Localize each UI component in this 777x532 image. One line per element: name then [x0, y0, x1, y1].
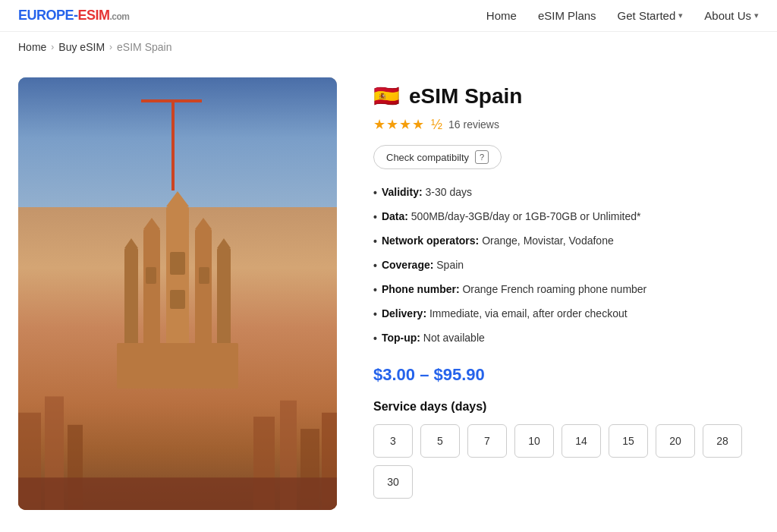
feature-label: Top-up:	[382, 332, 420, 344]
logo-text: EUROPE-ESIM.com	[18, 8, 130, 24]
about-us-chevron-icon: ▾	[754, 11, 759, 20]
nav-get-started-label: Get Started	[618, 9, 676, 22]
days-grid: 357101415202830	[373, 424, 759, 499]
main-content: 🇪🇸 eSIM Spain ★★★★½ 16 reviews Check com…	[0, 62, 777, 532]
day-option-button[interactable]: 30	[373, 465, 413, 499]
svg-rect-22	[18, 477, 337, 510]
svg-rect-13	[146, 267, 156, 284]
day-option-button[interactable]: 5	[420, 424, 460, 458]
svg-marker-9	[217, 238, 231, 248]
service-days-label: Service days (days)	[373, 400, 759, 414]
day-option-button[interactable]: 20	[656, 424, 695, 458]
cityscape-svg	[18, 380, 337, 510]
feature-label: Data:	[382, 210, 408, 222]
list-item: • Validity: 3-30 days	[373, 184, 759, 201]
day-option-button[interactable]: 10	[514, 424, 554, 458]
bullet-icon: •	[373, 258, 377, 274]
sagrada-familia-svg	[102, 191, 253, 389]
list-item: • Network operators: Orange, Movistar, V…	[373, 233, 759, 250]
bullet-icon: •	[373, 282, 377, 298]
svg-rect-4	[124, 248, 138, 358]
compatibility-help-icon: ?	[475, 150, 489, 164]
svg-rect-12	[170, 290, 185, 309]
list-item: • Delivery: Immediate, via email, after …	[373, 306, 759, 323]
feature-label: Network operators:	[382, 235, 479, 247]
spain-flag-icon: 🇪🇸	[373, 83, 400, 109]
star-half: ½	[431, 117, 442, 133]
breadcrumb-buy-esim[interactable]: Buy eSIM	[58, 41, 105, 53]
feature-value: Orange French roaming phone number	[462, 283, 646, 295]
price: $3.00 – $95.90	[373, 365, 759, 385]
bullet-icon: •	[373, 234, 377, 250]
svg-marker-3	[143, 218, 160, 229]
product-info: 🇪🇸 eSIM Spain ★★★★½ 16 reviews Check com…	[373, 77, 759, 510]
header: EUROPE-ESIM.com Home eSIM Plans Get Star…	[0, 0, 777, 32]
feature-label: Delivery:	[382, 307, 426, 320]
list-item: • Top-up: Not available	[373, 330, 759, 347]
breadcrumb-current: eSIM Spain	[117, 41, 171, 53]
feature-value: Not available	[423, 332, 485, 344]
logo[interactable]: EUROPE-ESIM.com	[18, 8, 130, 24]
bullet-icon: •	[373, 185, 377, 201]
breadcrumb-sep-2: ›	[109, 42, 112, 52]
svg-rect-6	[195, 229, 212, 358]
breadcrumb-home[interactable]: Home	[18, 41, 46, 53]
day-option-button[interactable]: 14	[562, 424, 601, 458]
nav-get-started[interactable]: Get Started ▾	[618, 9, 684, 22]
compat-button-label: Check compatibilty	[386, 152, 469, 163]
feature-value: Spain	[436, 259, 464, 271]
svg-marker-5	[124, 238, 138, 248]
feature-label: Phone number:	[382, 283, 460, 295]
day-option-button[interactable]: 15	[609, 424, 648, 458]
feature-value: 500MB/day-3GB/day or 1GB-70GB or Unlimit…	[411, 210, 641, 222]
stars-full: ★★★★	[373, 116, 425, 133]
feature-label: Coverage:	[382, 259, 433, 271]
feature-value: 3-30 days	[425, 186, 471, 198]
get-started-chevron-icon: ▾	[678, 11, 683, 20]
bullet-icon: •	[373, 307, 377, 323]
svg-rect-14	[199, 267, 209, 284]
feature-value: Immediate, via email, after order checko…	[429, 307, 628, 320]
product-title: eSIM Spain	[409, 84, 522, 109]
day-option-button[interactable]: 7	[467, 424, 507, 458]
svg-rect-11	[170, 252, 185, 275]
reviews-row: ★★★★½ 16 reviews	[373, 116, 759, 133]
nav-home[interactable]: Home	[486, 9, 517, 22]
nav-about-us[interactable]: About Us ▾	[704, 9, 759, 22]
breadcrumb-sep-1: ›	[51, 42, 54, 52]
list-item: • Data: 500MB/day-3GB/day or 1GB-70GB or…	[373, 209, 759, 225]
feature-list: • Validity: 3-30 days • Data: 500MB/day-…	[373, 184, 759, 347]
svg-rect-0	[166, 206, 189, 358]
check-compatibility-button[interactable]: Check compatibilty ?	[373, 145, 502, 169]
bullet-icon: •	[373, 331, 377, 347]
list-item: • Coverage: Spain	[373, 257, 759, 274]
feature-value: Orange, Movistar, Vodafone	[482, 235, 614, 247]
day-option-button[interactable]: 3	[373, 424, 413, 458]
svg-rect-2	[143, 229, 160, 358]
svg-rect-8	[217, 248, 231, 358]
svg-marker-7	[195, 218, 212, 229]
product-image	[18, 77, 337, 510]
product-title-row: 🇪🇸 eSIM Spain	[373, 83, 759, 109]
reviews-count: 16 reviews	[448, 118, 499, 131]
svg-marker-1	[166, 191, 189, 206]
day-option-button[interactable]: 28	[703, 424, 742, 458]
bullet-icon: •	[373, 209, 377, 225]
nav-about-us-label: About Us	[704, 9, 751, 22]
breadcrumb: Home › Buy eSIM › eSIM Spain	[0, 32, 777, 62]
feature-label: Validity:	[382, 186, 423, 198]
list-item: • Phone number: Orange French roaming ph…	[373, 282, 759, 298]
nav-esim-plans[interactable]: eSIM Plans	[538, 9, 596, 22]
nav: Home eSIM Plans Get Started ▾ About Us ▾	[486, 9, 759, 22]
